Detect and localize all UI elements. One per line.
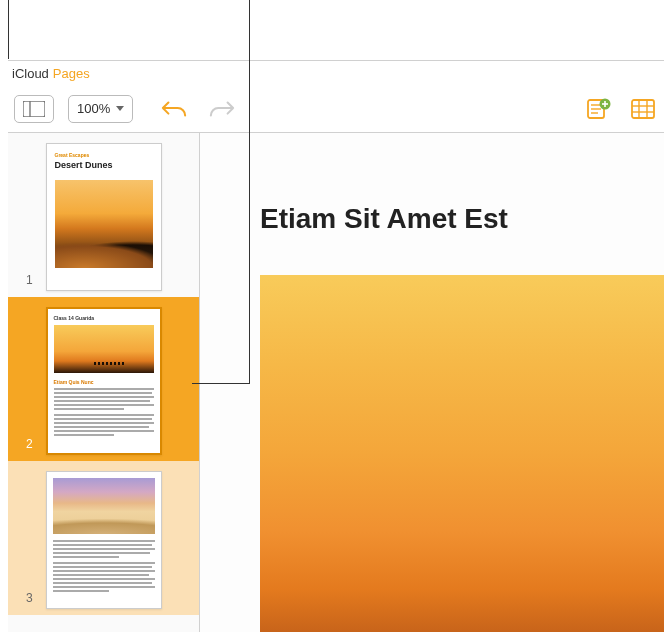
- redo-icon: [209, 98, 235, 120]
- brand-bar: iCloud Pages: [8, 61, 664, 85]
- page-number: 3: [26, 591, 33, 605]
- page-number: 1: [26, 273, 33, 287]
- table-button[interactable]: [628, 94, 658, 124]
- toolbar: 100%: [8, 85, 664, 133]
- thumbnail-sidebar: 1 Great Escapes Desert Dunes 2 Class 14 …: [8, 133, 200, 632]
- brand-pages: Pages: [53, 66, 90, 81]
- undo-redo-group: [159, 94, 237, 124]
- workspace: 1 Great Escapes Desert Dunes 2 Class 14 …: [8, 133, 664, 632]
- callout-line-2v: [249, 0, 250, 384]
- thumb-subtitle: Etiam Quis Nunc: [54, 379, 154, 385]
- callout-line-1: [8, 0, 9, 59]
- thumb-image: [55, 180, 153, 268]
- page-thumbnail-2[interactable]: 2 Class 14 Guarida Etiam Quis Nunc: [8, 297, 199, 461]
- thumbnail-card: Great Escapes Desert Dunes: [46, 143, 162, 291]
- sidebar-view-icon: [23, 101, 45, 117]
- zoom-value: 100%: [77, 101, 110, 116]
- thumbnail-card: [46, 471, 162, 609]
- view-options-button[interactable]: [14, 95, 54, 123]
- redo-button[interactable]: [207, 94, 237, 124]
- add-page-icon: [586, 98, 612, 120]
- callout-line-2h: [192, 383, 250, 384]
- thumb-body-text: [54, 388, 154, 436]
- page-thumbnail-1[interactable]: 1 Great Escapes Desert Dunes: [8, 133, 199, 297]
- thumb-tag: Class 14 Guarida: [54, 315, 154, 321]
- chevron-down-icon: [116, 106, 124, 111]
- table-icon: [630, 98, 656, 120]
- svg-rect-9: [632, 100, 654, 118]
- thumb-tag: Great Escapes: [55, 152, 153, 158]
- undo-icon: [161, 98, 187, 120]
- page-number: 2: [26, 437, 33, 451]
- app-window: iCloud Pages 100%: [8, 60, 664, 632]
- zoom-dropdown[interactable]: 100%: [68, 95, 133, 123]
- thumb-image: [54, 325, 154, 373]
- add-page-button[interactable]: [584, 94, 614, 124]
- svg-rect-0: [23, 101, 45, 117]
- page-thumbnail-3[interactable]: 3: [8, 461, 199, 615]
- undo-button[interactable]: [159, 94, 189, 124]
- document-canvas[interactable]: Etiam Sit Amet Est: [200, 133, 664, 632]
- thumbnail-card: Class 14 Guarida Etiam Quis Nunc: [46, 307, 162, 455]
- brand-icloud: iCloud: [12, 66, 49, 81]
- document-heading[interactable]: Etiam Sit Amet Est: [260, 203, 508, 235]
- document-image[interactable]: [260, 275, 664, 632]
- thumb-body-text: [53, 540, 155, 592]
- thumb-image: [53, 478, 155, 534]
- thumb-title: Desert Dunes: [55, 160, 153, 170]
